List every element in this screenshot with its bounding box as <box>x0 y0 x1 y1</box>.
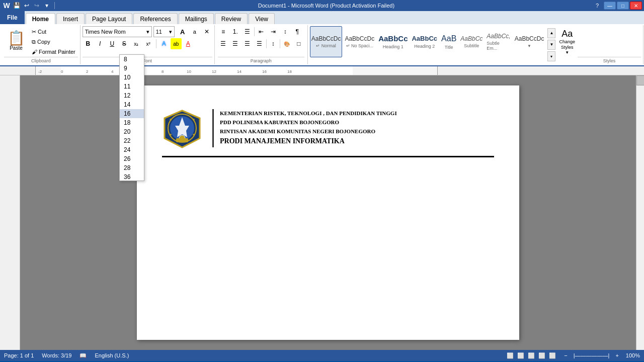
tab-file[interactable]: File <box>0 11 25 24</box>
style-subtle-em-preview: AaBbCc, <box>487 33 510 40</box>
style-normal[interactable]: AaBbCcDc ↵ Normal <box>310 26 343 57</box>
font-size-option-14[interactable]: 14 <box>120 100 144 109</box>
justify-button[interactable]: ☰ <box>254 38 265 49</box>
decrease-indent-button[interactable]: ⇤ <box>256 26 267 37</box>
font-size-option-20[interactable]: 20 <box>120 127 144 136</box>
font-size-option-10[interactable]: 10 <box>120 73 144 82</box>
font-size-option-16[interactable]: 16 <box>120 109 144 118</box>
right-scrollbar[interactable] <box>636 75 644 350</box>
ruler-markings: -2 0 2 4 6 8 10 12 14 16 18 <box>36 66 437 75</box>
cut-button[interactable]: ✂ Cut <box>29 27 78 37</box>
zoom-level[interactable]: 100% <box>626 352 640 358</box>
font-size-dropdown[interactable]: 8 9 10 11 12 14 16 18 20 22 24 26 28 36 … <box>119 54 144 181</box>
bold-button[interactable]: B <box>83 38 94 49</box>
style-subtitle-label: Subtitle <box>464 43 479 48</box>
align-left-button[interactable]: ☰ <box>218 38 229 49</box>
styles-scroll-up[interactable]: ▲ <box>547 28 555 38</box>
draft-view-button[interactable]: ⬜ <box>549 352 556 358</box>
svg-text:4: 4 <box>111 69 114 74</box>
print-layout-button[interactable]: ⬜ <box>507 352 514 358</box>
font-size-option-22[interactable]: 22 <box>120 136 144 145</box>
full-screen-button[interactable]: ⬜ <box>517 352 524 358</box>
style-title[interactable]: AaB Title <box>440 26 458 57</box>
style-more[interactable]: AaBbCcDc ▼ <box>513 26 546 57</box>
org-line-3: RINTISAN AKADEMI KOMUNITAS NEGERI BOJONE… <box>220 127 397 136</box>
undo-button[interactable]: ↩ <box>22 1 31 10</box>
styles-scroll-more[interactable]: ▾ <box>547 51 555 61</box>
paste-button[interactable]: 📋 Paste <box>4 26 28 55</box>
save-button[interactable]: 💾 <box>12 1 21 10</box>
tab-view[interactable]: View <box>249 13 275 24</box>
close-button[interactable]: ✕ <box>630 2 642 10</box>
zoom-in-button[interactable]: + <box>615 352 618 358</box>
minimize-button[interactable]: — <box>604 2 616 10</box>
text-highlight-button[interactable]: ab <box>171 38 182 49</box>
language-indicator[interactable]: English (U.S.) <box>95 352 129 358</box>
italic-button[interactable]: I <box>95 38 106 49</box>
superscript-button[interactable]: x² <box>143 38 154 49</box>
page-container[interactable]: ★ ★ ★ ★ KEMENTERIAN RISTEK, TEKNOLOGI , … <box>20 75 636 350</box>
format-painter-button[interactable]: 🖌 Format Painter <box>29 47 78 56</box>
status-right: ⬜ ⬜ ⬜ ⬜ ⬜ − |——————| + 100% <box>507 352 640 359</box>
numbering-button[interactable]: 1. <box>230 26 241 37</box>
font-size-selector[interactable]: 11 ▾ <box>153 26 175 37</box>
style-subtitle[interactable]: AaBbCc Subtitle <box>459 26 484 57</box>
tab-insert[interactable]: Insert <box>56 13 85 24</box>
align-center-button[interactable]: ☰ <box>230 38 241 49</box>
text-effects-button[interactable]: A <box>158 38 170 49</box>
tab-mailings[interactable]: Mailings <box>179 13 214 24</box>
subscript-button[interactable]: x₂ <box>131 38 142 49</box>
grow-font-button[interactable]: A <box>177 26 188 37</box>
font-color-button[interactable]: A <box>183 38 194 49</box>
outline-view-button[interactable]: ⬜ <box>538 352 545 358</box>
zoom-slider[interactable]: |——————| <box>574 352 610 358</box>
sort-button[interactable]: ↕ <box>280 26 291 37</box>
styles-scroll-down[interactable]: ▼ <box>547 40 555 50</box>
font-size-option-12[interactable]: 12 <box>120 91 144 100</box>
borders-button[interactable]: □ <box>293 38 304 49</box>
svg-text:10: 10 <box>187 69 191 74</box>
font-size-option-24[interactable]: 24 <box>120 145 144 154</box>
style-subtle-em[interactable]: AaBbCc, Subtle Em... <box>485 26 512 57</box>
style-heading2[interactable]: AaBbCc Heading 2 <box>410 26 439 57</box>
cut-icon: ✂ <box>32 29 36 35</box>
shading-button[interactable]: 🎨 <box>281 38 292 49</box>
bullets-button[interactable]: ≡ <box>218 26 229 37</box>
underline-button[interactable]: U <box>107 38 118 49</box>
font-size-option-9[interactable]: 9 <box>120 64 144 73</box>
font-size-option-28[interactable]: 28 <box>120 163 144 172</box>
align-right-button[interactable]: ☰ <box>242 38 253 49</box>
tab-references[interactable]: References <box>133 13 177 24</box>
clear-formatting-button[interactable]: ✕ <box>201 26 212 37</box>
font-size-option-18[interactable]: 18 <box>120 118 144 127</box>
style-no-spacing[interactable]: AaBbCcDc ↵ No Spaci... <box>343 26 376 57</box>
tab-review[interactable]: Review <box>215 13 248 24</box>
maximize-button[interactable]: □ <box>617 2 629 10</box>
customize-quick-access-button[interactable]: ▾ <box>42 1 51 10</box>
help-icon[interactable]: ? <box>596 3 599 9</box>
copy-button[interactable]: ⧉ Copy <box>29 37 78 47</box>
style-heading1[interactable]: AaBbCc Heading 1 <box>377 26 409 57</box>
spell-check-icon: 📖 <box>79 352 87 359</box>
separator <box>266 39 267 48</box>
line-spacing-button[interactable]: ↕ <box>268 38 279 49</box>
font-size-option-11[interactable]: 11 <box>120 82 144 91</box>
tab-home[interactable]: Home <box>26 13 55 24</box>
font-size-option-26[interactable]: 26 <box>120 154 144 163</box>
font-name-selector[interactable]: Times New Rom ▾ <box>83 26 152 37</box>
redo-button[interactable]: ↪ <box>32 1 41 10</box>
multilevel-button[interactable]: ☰ <box>242 26 253 37</box>
change-styles-button[interactable]: Aa Change Styles ▼ <box>557 26 577 57</box>
tab-page-layout[interactable]: Page Layout <box>86 13 132 24</box>
font-size-option-8[interactable]: 8 <box>120 55 144 64</box>
web-layout-button[interactable]: ⬜ <box>528 352 535 358</box>
show-formatting-button[interactable]: ¶ <box>292 26 303 37</box>
font-size-option-36[interactable]: 36 <box>120 172 144 180</box>
increase-indent-button[interactable]: ⇥ <box>268 26 279 37</box>
shrink-font-button[interactable]: a <box>189 26 200 37</box>
zoom-out-button[interactable]: − <box>564 352 567 358</box>
scrollbar-thumb[interactable] <box>636 75 644 85</box>
style-heading2-preview: AaBbCc <box>412 35 437 43</box>
strikethrough-button[interactable]: S <box>119 38 130 49</box>
page[interactable]: ★ ★ ★ ★ KEMENTERIAN RISTEK, TEKNOLOGI , … <box>137 85 519 340</box>
